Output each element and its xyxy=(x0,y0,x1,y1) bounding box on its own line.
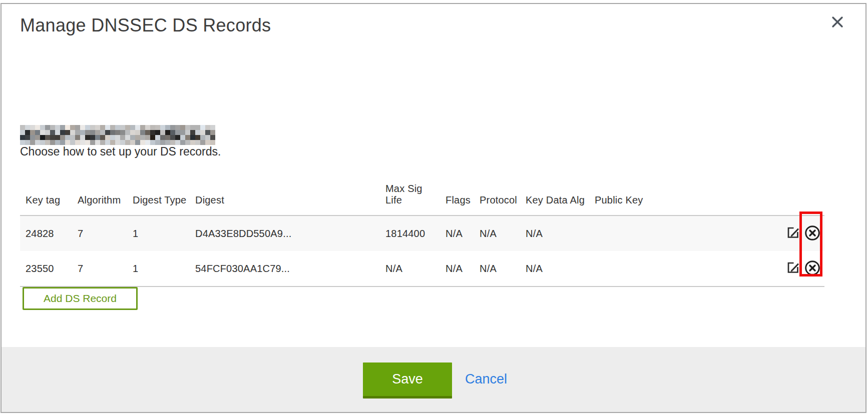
cell-actions xyxy=(782,216,824,251)
cell-algorithm: 7 xyxy=(72,216,127,251)
cell-digest-type: 1 xyxy=(127,251,190,286)
col-header-key-data-alg: Key Data Alg xyxy=(520,165,589,216)
cell-flags: N/A xyxy=(440,251,474,286)
cell-max-sig-life: 1814400 xyxy=(380,216,440,251)
circle-x-icon xyxy=(804,224,821,243)
close-icon xyxy=(830,23,844,30)
cell-key-tag: 24828 xyxy=(20,216,72,251)
ds-records-table: Key tag Algorithm Digest Type Digest Max… xyxy=(20,165,824,287)
col-header-digest: Digest xyxy=(190,165,380,216)
table-header-row: Key tag Algorithm Digest Type Digest Max… xyxy=(20,165,824,216)
circle-x-icon xyxy=(804,260,821,278)
dialog-footer: Save Cancel xyxy=(2,347,865,412)
cell-protocol: N/A xyxy=(474,251,520,286)
cell-digest: D4A33E8DD550A9... xyxy=(190,216,380,251)
col-header-algorithm: Algorithm xyxy=(72,165,127,216)
delete-record-button[interactable] xyxy=(804,225,821,242)
edit-record-button[interactable] xyxy=(784,260,801,277)
cell-public-key xyxy=(589,216,782,251)
save-button[interactable]: Save xyxy=(363,362,452,398)
cell-digest-type: 1 xyxy=(127,216,190,251)
cell-digest: 54FCF030AA1C79... xyxy=(190,251,380,286)
col-header-key-tag: Key tag xyxy=(20,165,72,216)
manage-dnssec-dialog: Manage DNSSEC DS Records Choose how to s… xyxy=(1,3,866,413)
edit-pencil-icon xyxy=(785,225,801,242)
instructions-text: Choose how to set up your DS records. xyxy=(20,145,221,158)
col-header-protocol: Protocol xyxy=(474,165,520,216)
col-header-public-key: Public Key xyxy=(589,165,782,216)
cancel-link[interactable]: Cancel xyxy=(465,372,507,387)
col-header-digest-type: Digest Type xyxy=(127,165,190,216)
col-header-actions xyxy=(782,165,824,216)
dialog-title: Manage DNSSEC DS Records xyxy=(20,15,271,36)
cell-key-data-alg: N/A xyxy=(520,216,589,251)
table-row: 24828 7 1 D4A33E8DD550A9... 1814400 N/A … xyxy=(20,216,824,251)
col-header-flags: Flags xyxy=(440,165,474,216)
cell-protocol: N/A xyxy=(474,216,520,251)
table-row: 23550 7 1 54FCF030AA1C79... N/A N/A N/A … xyxy=(20,251,824,286)
close-button[interactable] xyxy=(830,15,844,29)
cell-algorithm: 7 xyxy=(72,251,127,286)
cell-key-data-alg: N/A xyxy=(520,251,589,286)
delete-record-button[interactable] xyxy=(804,260,821,277)
redacted-domain xyxy=(20,125,215,145)
cell-max-sig-life: N/A xyxy=(380,251,440,286)
add-ds-record-button[interactable]: Add DS Record xyxy=(23,287,138,310)
cell-flags: N/A xyxy=(440,216,474,251)
col-header-max-sig-life: Max Sig Life xyxy=(380,165,440,216)
edit-pencil-icon xyxy=(785,260,801,277)
cell-actions xyxy=(782,251,824,286)
cell-public-key xyxy=(589,251,782,286)
edit-record-button[interactable] xyxy=(784,225,801,242)
cell-key-tag: 23550 xyxy=(20,251,72,286)
